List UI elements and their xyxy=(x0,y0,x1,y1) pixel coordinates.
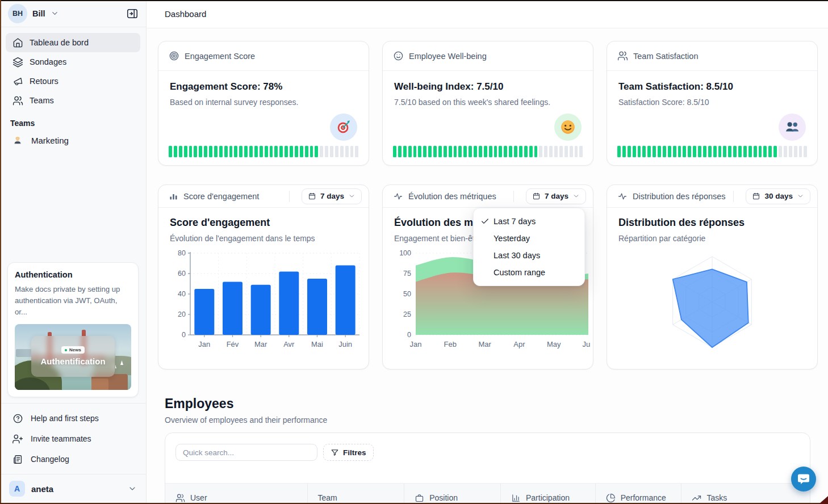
stat-card-satisfaction: Team Satisfaction Team Satisfaction: 8.5… xyxy=(607,41,818,166)
chevron-down-icon xyxy=(128,484,137,493)
range-selector-button[interactable]: 7 days xyxy=(526,188,586,204)
stat-subtext: Based on internal survey responses. xyxy=(170,98,357,107)
employees-table-card: Filtres User Team Position Participation xyxy=(165,432,810,504)
menu-item-last-7-days[interactable]: Last 7 days xyxy=(474,213,584,230)
page-title: Dashboard xyxy=(165,9,206,19)
svg-text:Jun: Jun xyxy=(583,340,591,348)
svg-text:Jan: Jan xyxy=(198,340,210,348)
chat-bubble-icon xyxy=(797,472,810,486)
users-icon xyxy=(12,95,23,106)
column-header-performance[interactable]: Performance xyxy=(595,484,681,504)
svg-text:100: 100 xyxy=(399,249,411,257)
chart-card-engagement-score: Score d'engagement 7 days Score d'engage… xyxy=(158,184,369,369)
sidebar-item-marketing[interactable]: Marketing xyxy=(6,130,140,150)
smile-icon xyxy=(393,51,404,61)
chevron-down-icon xyxy=(572,192,580,200)
range-selector-button[interactable]: 7 days xyxy=(302,188,362,204)
card-header-title: Distribution des réponses xyxy=(633,192,726,201)
sidebar-collapse-button[interactable] xyxy=(126,7,139,21)
help-menu-item[interactable]: Help and first steps xyxy=(6,408,140,429)
stat-subtext: 7.5/10 based on this week's shared feeli… xyxy=(394,98,582,107)
invite-teammates-item[interactable]: Invite teammates xyxy=(6,429,140,449)
column-header-position[interactable]: Position xyxy=(404,484,500,504)
svg-text:0: 0 xyxy=(407,331,411,339)
promo-caption: Authentification xyxy=(40,356,105,366)
topbar: Dashboard xyxy=(147,0,828,28)
progress-bar xyxy=(617,146,807,157)
workspace-switcher[interactable]: BH Bill xyxy=(0,0,146,27)
technologist-emoji-icon xyxy=(12,135,23,145)
chart-subheading: Répartition par catégorie xyxy=(618,234,806,243)
search-input[interactable] xyxy=(175,444,317,461)
trending-up-icon xyxy=(692,493,701,503)
promo-overlay-card: News Authentification xyxy=(31,336,115,377)
employees-subtitle: Overview of employees and their performa… xyxy=(165,415,327,425)
column-header-tasks[interactable]: Tasks xyxy=(681,484,810,504)
menu-item-custom-range[interactable]: Custom range xyxy=(474,264,584,281)
account-avatar: A xyxy=(9,481,25,497)
promo-card-authentication[interactable]: Authentication Make docs private by sett… xyxy=(7,262,139,397)
column-header-participation[interactable]: Participation xyxy=(500,484,595,504)
svg-text:75: 75 xyxy=(403,270,411,278)
app-root: BH Bill Tableau de bord Sondages Retours xyxy=(0,0,828,504)
calendar-icon xyxy=(308,192,316,200)
calendar-icon xyxy=(532,192,541,200)
range-label: 7 days xyxy=(545,192,568,200)
chart-card-response-distribution: Distribution des réponses 30 days Distri… xyxy=(607,184,818,369)
stat-headline: Team Satisfaction: 8.5/10 xyxy=(618,81,806,93)
column-header-user[interactable]: User xyxy=(165,484,307,504)
sidebar-item-label: Tableau de bord xyxy=(30,38,89,47)
promo-title: Authentication xyxy=(15,270,131,279)
stat-headline: Well-being Index: 7.5/10 xyxy=(394,81,582,93)
sidebar-item-label: Marketing xyxy=(31,136,69,145)
account-menu[interactable]: A aneta xyxy=(0,474,146,504)
news-badge: News xyxy=(61,346,85,354)
range-selector-button[interactable]: 30 days xyxy=(746,188,810,204)
footer-item-label: Changelog xyxy=(31,455,69,464)
users-icon xyxy=(175,493,185,503)
chat-launcher-button[interactable] xyxy=(791,467,816,492)
megaphone-icon xyxy=(12,76,23,87)
bar-chart-axis-icon xyxy=(511,493,521,503)
chart-subheading: Évolution de l'engagement dans le temps xyxy=(170,234,357,243)
calendar-icon xyxy=(752,192,760,200)
sidebar-item-dashboard[interactable]: Tableau de bord xyxy=(6,33,140,52)
menu-item-yesterday[interactable]: Yesterday xyxy=(474,230,584,247)
corner-artifact xyxy=(819,496,828,504)
card-header-title: Score d'engagement xyxy=(183,192,259,201)
svg-text:Mar: Mar xyxy=(254,340,267,348)
employees-title: Employees xyxy=(165,396,327,411)
account-name: aneta xyxy=(31,484,53,494)
card-header-title: Engagement Score xyxy=(185,52,255,61)
promo-description: Make docs private by setting up authenti… xyxy=(15,284,131,318)
svg-text:40: 40 xyxy=(178,290,186,298)
changelog-item[interactable]: Changelog xyxy=(6,449,140,469)
menu-item-last-30-days[interactable]: Last 30 days xyxy=(474,247,584,264)
stat-cards-row: Engagement Score Engagement Score: 78% B… xyxy=(158,41,818,166)
activity-icon xyxy=(393,191,403,201)
range-dropdown-menu: Last 7 days Yesterday Last 30 days Custo… xyxy=(473,208,585,286)
chevron-down-icon xyxy=(348,192,356,200)
svg-text:Juin: Juin xyxy=(338,340,352,348)
table-header-row: User Team Position Participation Perform… xyxy=(165,483,810,504)
svg-text:Fév: Fév xyxy=(227,340,239,348)
layers-icon xyxy=(12,57,23,68)
filters-button[interactable]: Filtres xyxy=(323,444,374,461)
pie-chart-icon xyxy=(606,493,616,503)
help-circle-icon xyxy=(12,413,23,424)
footer-item-label: Help and first steps xyxy=(31,414,99,423)
home-icon xyxy=(12,37,23,48)
svg-text:Feb: Feb xyxy=(444,340,457,348)
sidebar-item-feedback[interactable]: Retours xyxy=(6,72,140,91)
svg-text:60: 60 xyxy=(178,270,186,278)
sidebar-item-surveys[interactable]: Sondages xyxy=(6,52,140,72)
sidebar-item-teams[interactable]: Teams xyxy=(6,91,140,110)
card-header-title: Employee Well-being xyxy=(409,52,487,61)
radar-chart xyxy=(618,244,806,360)
chevron-down-icon xyxy=(797,192,804,200)
screen-edge xyxy=(0,0,1,504)
column-header-team[interactable]: Team xyxy=(307,484,404,504)
filters-label: Filtres xyxy=(343,448,366,457)
divider xyxy=(733,191,734,202)
bar-chart-icon xyxy=(169,191,178,201)
